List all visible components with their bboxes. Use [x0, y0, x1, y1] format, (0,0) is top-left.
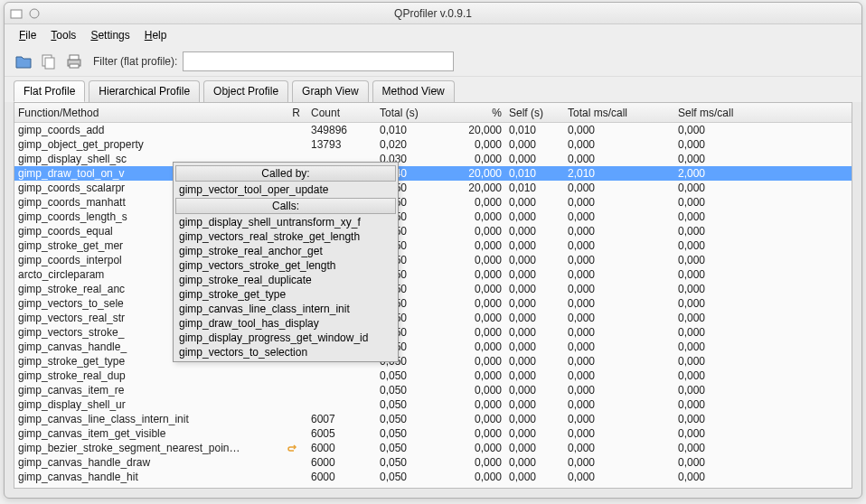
popup-item[interactable]: gimp_stroke_real_duplicate [175, 273, 396, 287]
popup-item[interactable]: gimp_draw_tool_has_display [175, 316, 396, 331]
menu-tools[interactable]: Tools [45, 27, 81, 43]
table-row[interactable]: gimp_canvas_handle_0,0500,0000,0000,0000… [14, 340, 852, 354]
column-header[interactable]: Self (s) [505, 107, 564, 119]
table-row[interactable]: gimp_vectors_stroke_0,0500,0000,0000,000… [14, 325, 852, 340]
tab-method-view[interactable]: Method View [372, 80, 455, 102]
print-icon[interactable] [64, 51, 84, 71]
table-row[interactable]: gimp_object_get_property137930,0200,0000… [14, 137, 852, 152]
recursive-icon [277, 442, 304, 454]
table-row[interactable]: gimp_stroke_get_mer0,0500,0000,0000,0000… [14, 238, 852, 253]
column-header[interactable]: Function/Method [14, 107, 277, 119]
svg-rect-6 [70, 64, 79, 68]
table-row[interactable]: gimp_canvas_item_get_visible60050,0500,0… [14, 426, 852, 441]
svg-rect-5 [70, 55, 79, 60]
popup-item[interactable]: gimp_vectors_stroke_get_length [175, 258, 396, 273]
popup-item[interactable]: gimp_vectors_to_selection [175, 345, 396, 359]
column-header[interactable]: % [453, 107, 505, 119]
open-icon[interactable] [14, 51, 33, 71]
menu-file[interactable]: File [14, 27, 42, 43]
table-row[interactable]: gimp_stroke_real_anc0,0500,0000,0000,000… [14, 282, 852, 296]
table-row[interactable]: gimp_stroke_real_dup0,0500,0000,0000,000… [14, 369, 852, 383]
tab-object-profile[interactable]: Object Profile [203, 80, 288, 102]
tab-graph-view[interactable]: Graph View [292, 80, 368, 102]
svg-rect-3 [45, 58, 54, 69]
column-header[interactable]: Total ms/call [564, 107, 674, 119]
copy-icon[interactable] [39, 51, 59, 71]
column-header[interactable]: Self ms/call [674, 107, 801, 119]
svg-rect-0 [11, 10, 22, 18]
table-row[interactable]: gimp_coords_scalarpr0,05020,0000,0100,00… [14, 181, 852, 195]
filter-input[interactable] [183, 51, 454, 71]
table-body: gimp_coords_add3498960,01020,0000,0100,0… [14, 123, 852, 484]
popup-item[interactable]: gimp_vector_tool_oper_update [175, 182, 396, 197]
table-row[interactable]: gimp_display_shell_sc0,0300,0000,0000,00… [14, 152, 852, 166]
pin-icon[interactable] [28, 7, 41, 20]
popup-calls-header: Calls: [175, 198, 396, 214]
filter-label: Filter (flat profile): [93, 55, 177, 68]
popup-item[interactable]: gimp_display_shell_untransform_xy_f [175, 215, 396, 229]
popup-called-by-header: Called by: [175, 165, 396, 182]
table-row[interactable]: gimp_coords_length_s0,0500,0000,0000,000… [14, 210, 852, 224]
table-row[interactable]: gimp_vectors_real_str0,0500,0000,0000,00… [14, 311, 852, 325]
tab-hierarchical-profile[interactable]: Hierarchical Profile [89, 80, 200, 102]
table-row[interactable]: gimp_canvas_handle_hit60000,0500,0000,00… [14, 470, 852, 484]
popup-item[interactable]: gimp_stroke_real_anchor_get [175, 244, 396, 258]
tab-flat-profile[interactable]: Flat Profile [14, 80, 85, 102]
popup-item[interactable]: gimp_vectors_real_stroke_get_length [175, 229, 396, 244]
app-window: QProfiler v.0.9.1 File Tools Settings He… [4, 2, 862, 499]
table-row[interactable]: gimp_coords_add3498960,01020,0000,0100,0… [14, 123, 852, 137]
table-row[interactable]: gimp_vectors_to_sele0,0500,0000,0000,000… [14, 296, 852, 311]
tabs: Flat ProfileHierarchical ProfileObject P… [5, 77, 861, 102]
window-title: QProfiler v.0.9.1 [394, 7, 472, 20]
column-header[interactable]: R [277, 107, 304, 119]
table-row[interactable]: gimp_canvas_line_class_intern_init60070,… [14, 412, 852, 426]
profile-table: Function/MethodRCountTotal (s)%Self (s)T… [14, 102, 852, 489]
table-row[interactable]: gimp_display_shell_ur0,0500,0000,0000,00… [14, 397, 852, 412]
menubar: File Tools Settings Help [5, 24, 861, 46]
table-row[interactable]: gimp_draw_tool_on_v0,04020,0000,0102,010… [14, 166, 852, 181]
menu-settings[interactable]: Settings [85, 27, 135, 43]
table-row[interactable]: gimp_stroke_get_type0,0500,0000,0000,000… [14, 354, 852, 369]
column-header[interactable]: Total (s) [376, 107, 453, 119]
table-row[interactable]: gimp_coords_interpol0,0500,0000,0000,000… [14, 253, 852, 267]
table-row[interactable]: gimp_bezier_stroke_segment_nearest_poin…… [14, 441, 852, 455]
popup-item[interactable]: gimp_stroke_get_type [175, 287, 396, 302]
toolbar: Filter (flat profile): [5, 46, 861, 77]
table-header: Function/MethodRCountTotal (s)%Self (s)T… [14, 103, 852, 123]
column-header[interactable]: Count [304, 107, 376, 119]
titlebar[interactable]: QProfiler v.0.9.1 [5, 3, 861, 24]
popup-item[interactable]: gimp_display_progress_get_window_id [175, 331, 396, 345]
table-row[interactable]: gimp_canvas_handle_draw60000,0500,0000,0… [14, 455, 852, 470]
svg-point-1 [30, 9, 39, 18]
table-row[interactable]: arcto_circleparam0,0500,0000,0000,0000,0… [14, 267, 852, 282]
app-icon [10, 7, 23, 20]
table-row[interactable]: gimp_canvas_item_re0,0500,0000,0000,0000… [14, 383, 852, 397]
popup-item[interactable]: gimp_canvas_line_class_intern_init [175, 302, 396, 316]
table-row[interactable]: gimp_coords_manhatt0,0500,0000,0000,0000… [14, 195, 852, 210]
context-popup: Called by: gimp_vector_tool_oper_update … [173, 162, 399, 362]
menu-help[interactable]: Help [139, 27, 173, 43]
table-row[interactable]: gimp_coords_equal0,0500,0000,0000,0000,0… [14, 224, 852, 238]
